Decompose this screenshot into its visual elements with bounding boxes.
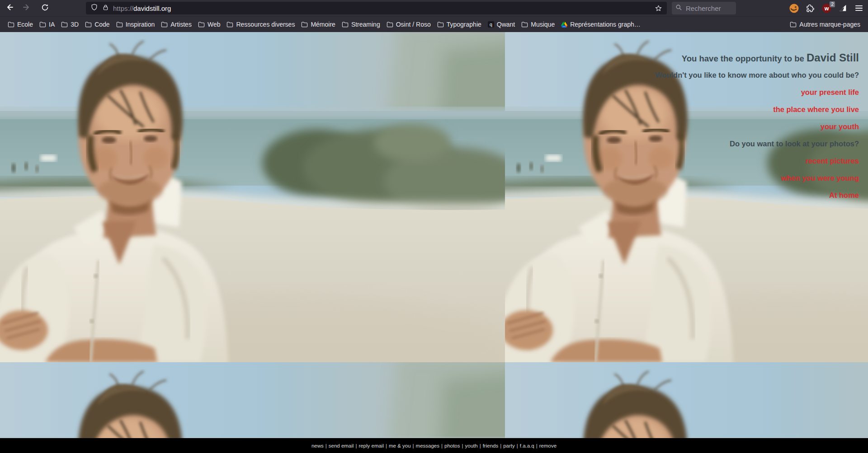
wallabag-extension-icon[interactable]: w 2 — [821, 3, 832, 14]
footer-separator: | — [517, 443, 518, 448]
folder-icon — [61, 22, 68, 28]
link-line: your present life — [655, 84, 859, 101]
link-line: your youth — [655, 118, 859, 135]
bookmark-item-musique[interactable]: Musique — [518, 19, 558, 29]
link-the-place-where-you-live[interactable]: the place where you live — [773, 105, 859, 113]
shield-icon[interactable] — [90, 3, 98, 13]
bookmark-label: Osint / Roso — [396, 21, 431, 28]
bookmark-item-qwant[interactable]: qQwant — [485, 19, 518, 29]
link-your-youth[interactable]: your youth — [821, 122, 859, 131]
search-input[interactable] — [685, 4, 732, 13]
footer-link-party[interactable]: party — [503, 443, 515, 448]
folder-icon — [301, 22, 308, 28]
bookmark-label: Inspiration — [126, 21, 155, 28]
search-icon — [675, 4, 682, 13]
footer-link-remove[interactable]: remove — [539, 443, 557, 448]
bookmark-label: Code — [94, 21, 109, 28]
qwant-icon: q — [488, 21, 494, 28]
bookmark-label: Typographie — [447, 21, 481, 28]
folder-icon — [790, 22, 797, 28]
link-line: At home — [655, 187, 859, 204]
bookmark-label: Représentations graph… — [570, 21, 641, 28]
toolbar-extensions: w 2 — [788, 0, 864, 16]
link-line: the place where you live — [655, 101, 859, 118]
page-heading: You have the opportunity to be David Sti… — [655, 49, 859, 66]
footer-separator: | — [441, 443, 443, 448]
lock-icon[interactable] — [102, 4, 109, 13]
back-button[interactable] — [4, 3, 15, 14]
browser-toolbar: https://davidstill.org w 2 — [0, 0, 868, 16]
extensions-puzzle-icon[interactable] — [805, 3, 816, 14]
footer-link-f-a-a-q[interactable]: f.a.a.q — [520, 443, 534, 448]
other-bookmarks-button[interactable]: Autres marque-pages — [787, 19, 863, 29]
link-line: when you were young — [655, 169, 859, 187]
drive-icon — [561, 22, 567, 28]
bookmark-item-repr-sentations-graph[interactable]: Représentations graph… — [558, 19, 644, 29]
bookmark-item-osint-roso[interactable]: Osint / Roso — [383, 19, 434, 29]
page-viewport: You have the opportunity to be David Sti… — [0, 32, 868, 453]
link-at-home[interactable]: At home — [829, 191, 859, 199]
bookmark-item-streaming[interactable]: Streaming — [339, 19, 383, 29]
forward-icon — [22, 3, 31, 14]
footer-link-youth[interactable]: youth — [465, 443, 478, 448]
bookmark-item-3d[interactable]: 3D — [58, 19, 82, 29]
bookmark-item-inspiration[interactable]: Inspiration — [113, 19, 158, 29]
footer-link-reply-email[interactable]: reply email — [359, 443, 384, 448]
folder-icon — [198, 22, 205, 28]
bookmark-item-typographie[interactable]: Typographie — [434, 19, 485, 29]
footer-separator: | — [326, 443, 327, 448]
page-text-overlay: You have the opportunity to be David Sti… — [655, 49, 859, 204]
link-when-you-were-young[interactable]: when you were young — [781, 174, 859, 182]
svg-text:w: w — [824, 5, 829, 11]
footer-separator: | — [500, 443, 501, 448]
url-text: https://davidstill.org — [113, 5, 171, 12]
svg-text:q: q — [490, 22, 492, 27]
url-scheme: https:// — [113, 5, 133, 12]
footer-link-news[interactable]: news — [311, 443, 324, 448]
page-footer-nav: news|send email|reply email|me & you|mes… — [0, 438, 868, 453]
bookmark-label: Musique — [531, 21, 555, 28]
footer-link-me-you[interactable]: me & you — [389, 443, 411, 448]
footer-link-photos[interactable]: photos — [444, 443, 460, 448]
bookmark-item-m-moire[interactable]: Mémoire — [298, 19, 338, 29]
bookmark-item-ressources-diverses[interactable]: Ressources diverses — [223, 19, 298, 29]
link-your-present-life[interactable]: your present life — [801, 88, 859, 96]
footer-separator: | — [355, 443, 357, 448]
bookmark-item-ecole[interactable]: Ecole — [5, 19, 36, 29]
bookmark-label: Mémoire — [311, 21, 335, 28]
bookmark-star-icon[interactable] — [655, 5, 662, 12]
footer-separator: | — [462, 443, 463, 448]
forward-button[interactable] — [21, 3, 33, 14]
bookmark-label: Ecole — [17, 21, 33, 28]
bookmarks-bar: EcoleIA3DCodeInspirationArtistesWebResso… — [0, 16, 868, 32]
bookmark-item-ia[interactable]: IA — [36, 19, 58, 29]
bookmark-item-code[interactable]: Code — [82, 19, 113, 29]
footer-separator: | — [386, 443, 387, 448]
bookmark-item-web[interactable]: Web — [195, 19, 224, 29]
url-bar[interactable]: https://davidstill.org — [86, 2, 667, 14]
reload-icon — [41, 3, 49, 14]
footer-link-send-email[interactable]: send email — [329, 443, 354, 448]
search-box[interactable] — [672, 2, 736, 14]
footer-link-friends[interactable]: friends — [483, 443, 499, 448]
heading-prefix: You have the opportunity to be — [682, 54, 807, 63]
extension-orange-icon[interactable] — [788, 3, 799, 14]
bookmark-item-artistes[interactable]: Artistes — [158, 19, 195, 29]
footer-separator: | — [413, 443, 414, 448]
menu-icon[interactable] — [854, 3, 864, 14]
bookmark-label: Web — [208, 21, 221, 28]
folder-icon — [387, 22, 393, 28]
heading-name: David Still — [807, 51, 859, 64]
footer-separator: | — [536, 443, 538, 448]
page-subheading: Wouldn't you like to know more about who… — [655, 66, 859, 84]
url-host: davidstill.org — [133, 5, 171, 12]
extension-white-icon[interactable] — [837, 3, 848, 14]
footer-link-messages[interactable]: messages — [416, 443, 439, 448]
folder-icon — [8, 22, 14, 28]
bookmark-label: Qwant — [497, 21, 515, 28]
folder-icon — [521, 22, 528, 28]
folder-icon — [226, 22, 233, 28]
link-recent-pictures[interactable]: recent pictures — [806, 157, 859, 165]
bookmark-label: Streaming — [351, 21, 380, 28]
reload-button[interactable] — [39, 3, 51, 14]
